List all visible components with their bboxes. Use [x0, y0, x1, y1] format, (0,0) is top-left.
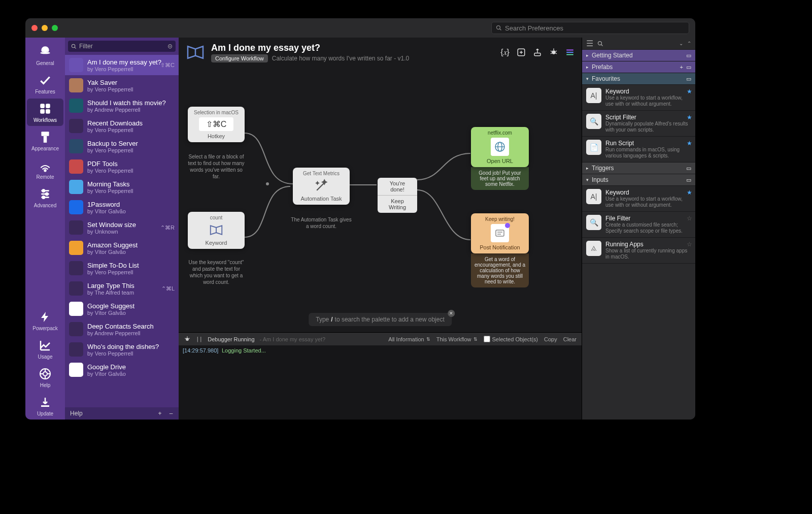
workflow-item[interactable]: Google Drive by Vítor Galvão — [65, 360, 179, 380]
add-workflow-button[interactable]: + — [155, 409, 164, 418]
plus-icon[interactable]: + — [680, 64, 683, 71]
palette-item[interactable]: A| Keyword Use a keyword to start a work… — [582, 85, 695, 111]
node-hotkey[interactable]: Selection in macOS ⇧⌘C Hotkey — [188, 107, 245, 142]
workflow-item[interactable]: Set Window size by Unknown ⌃⌘R — [65, 217, 179, 238]
configure-workflow-button[interactable]: Configure Workflow — [211, 54, 268, 62]
remove-workflow-button[interactable]: – — [166, 409, 176, 418]
workflow-item[interactable]: Deep Contacts Search by Andrew Pepperrel… — [65, 319, 179, 339]
list-icon[interactable]: ☰ — [586, 39, 593, 48]
workflow-item-icon — [69, 78, 83, 92]
workflow-item[interactable]: 1Password by Vítor Galvão — [65, 197, 179, 217]
tab-general[interactable]: General — [27, 42, 63, 69]
node-conditional[interactable]: You're done! Keep Writing — [378, 178, 417, 213]
workflow-item-icon — [69, 220, 83, 235]
collapse-down-icon[interactable]: ⌄ — [679, 41, 683, 46]
workflow-filter-input[interactable]: Filter ⊝ — [68, 41, 176, 52]
window-icon[interactable]: ▭ — [686, 52, 691, 59]
notification-icon — [491, 224, 509, 242]
favourite-star-icon[interactable]: ★ — [687, 140, 692, 147]
svg-line-34 — [551, 51, 552, 52]
tab-update[interactable]: Update — [27, 392, 63, 420]
workflow-item[interactable]: Recent Downloads by Vero Pepperrell — [65, 116, 179, 136]
workflow-item-title: Amazon Suggest — [87, 241, 175, 249]
window-icon[interactable]: ▭ — [686, 165, 691, 172]
export-icon[interactable] — [532, 47, 543, 58]
debug-filter-level[interactable]: All Information ⇅ — [388, 336, 430, 342]
help-button[interactable]: Help — [70, 410, 83, 417]
close-hint-button[interactable]: ✕ — [448, 310, 455, 317]
workflow-item[interactable]: Large Type This by The Alfred team ⌃⌘L — [65, 278, 179, 299]
workflow-item-icon — [69, 322, 83, 336]
favourite-star-icon[interactable]: ★ — [687, 189, 692, 196]
workflow-item[interactable]: Google Suggest by Vítor Galvão — [65, 299, 179, 319]
workflow-item[interactable]: Yak Saver by Vero Pepperrell — [65, 75, 179, 95]
tab-remote[interactable]: Remote — [27, 155, 63, 183]
collapse-up-icon[interactable]: ⌃ — [687, 41, 691, 46]
debug-filter-scope[interactable]: This Workflow ⇅ — [436, 336, 478, 342]
workflow-item-author: by Vero Pepperrell — [87, 350, 175, 357]
palette-item[interactable]: 🔍 File Filter Create a customised file s… — [582, 212, 695, 238]
section-prefabs[interactable]: ▸Prefabs+▭ — [582, 61, 695, 73]
section-getting-started[interactable]: ▸Getting Started▭ — [582, 50, 695, 61]
window-icon[interactable]: ▭ — [686, 64, 691, 71]
palette-search-icon[interactable] — [597, 41, 603, 47]
window-icon[interactable]: ▭ — [686, 177, 691, 183]
tab-powerpack[interactable]: Powerpack — [27, 307, 63, 334]
debug-icon[interactable] — [548, 47, 559, 58]
variables-icon[interactable]: {𝑥} — [499, 47, 511, 58]
node-keyword[interactable]: count Keyword — [188, 212, 245, 249]
workflow-item[interactable]: Am I done my essay yet? by Vero Pepperre… — [65, 55, 179, 75]
node-open-url[interactable]: netflix.com Open URL — [471, 127, 529, 167]
workflow-item[interactable]: Who's doing the dishes? by Vero Pepperre… — [65, 339, 179, 360]
workflow-item-title: Backup to Server — [87, 140, 175, 147]
tab-usage[interactable]: Usage — [27, 335, 63, 363]
tab-help[interactable]: Help — [27, 364, 63, 391]
section-favourites[interactable]: ▾Favourites▭ — [582, 73, 695, 85]
tab-features[interactable]: Features — [27, 70, 63, 98]
workflow-title: Am I done my essay yet? — [211, 43, 409, 53]
favourite-star-icon[interactable]: ★ — [687, 114, 692, 121]
tab-appearance[interactable]: Appearance — [27, 127, 63, 154]
favourite-star-icon[interactable]: ☆ — [687, 215, 692, 222]
window-icon[interactable]: ▭ — [686, 76, 691, 82]
palette-toggle-icon[interactable] — [564, 47, 576, 58]
node-metrics[interactable]: Get Text Metrics Automation Task — [293, 168, 350, 205]
close-button[interactable] — [31, 25, 38, 31]
palette-item[interactable]: 🔍 Script Filter Dynamically populate Alf… — [582, 111, 695, 137]
workflow-item[interactable]: Should I watch this movie? by Andrew Pep… — [65, 95, 179, 116]
search-preferences-input[interactable]: Search Preferences — [491, 22, 689, 34]
tab-workflows[interactable]: Workflows — [27, 99, 63, 126]
workflow-item-icon — [69, 159, 83, 174]
tab-advanced[interactable]: Advanced — [27, 184, 63, 211]
workflow-item[interactable]: Backup to Server by Vero Pepperrell — [65, 136, 179, 156]
workflow-item[interactable]: Simple To-Do List by Vero Pepperrell — [65, 258, 179, 278]
copy-log-button[interactable]: Copy — [544, 336, 557, 342]
svg-point-52 — [598, 41, 602, 45]
palette-item-desc: Show a list of currently running apps in… — [605, 248, 691, 260]
add-object-icon[interactable] — [516, 47, 527, 58]
palette-toolbar: ☰ ⌄ ⌃ — [582, 38, 695, 50]
maximize-button[interactable] — [52, 25, 58, 31]
palette-item[interactable]: 📄 Run Script Run commands in macOS, usin… — [582, 137, 695, 163]
node-notification[interactable]: Keep writing! Post Notification — [471, 213, 529, 253]
pause-icon[interactable]: || — [196, 336, 202, 342]
workflow-item[interactable]: PDF Tools by Vero Pepperrell — [65, 156, 179, 177]
section-inputs[interactable]: ▾Inputs▭ — [582, 174, 695, 186]
palette-item[interactable]: A| Keyword Use a keyword to start a work… — [582, 186, 695, 212]
palette-item-title: Keyword — [605, 189, 691, 196]
favourite-star-icon[interactable]: ☆ — [687, 241, 692, 248]
section-triggers[interactable]: ▸Triggers▭ — [582, 163, 695, 174]
svg-rect-5 — [40, 109, 45, 114]
workflow-item[interactable]: Amazon Suggest by Vítor Galvão — [65, 238, 179, 258]
palette-item-desc: Create a customised file search; Specify… — [605, 222, 691, 234]
palette-item[interactable]: ⩓ Running Apps Show a list of currently … — [582, 238, 695, 264]
debug-bug-icon[interactable] — [184, 336, 191, 343]
clear-log-button[interactable]: Clear — [563, 336, 577, 342]
workflow-canvas[interactable]: Selection in macOS ⇧⌘C Hotkey Select a f… — [179, 67, 582, 332]
minimize-button[interactable] — [42, 25, 48, 31]
palette-item-title: Run Script — [605, 140, 691, 147]
workflow-item[interactable]: Morning Tasks by Vero Pepperrell — [65, 177, 179, 197]
favourite-star-icon[interactable]: ★ — [687, 88, 692, 95]
filter-options-icon[interactable]: ⊝ — [167, 43, 173, 50]
selected-objects-checkbox[interactable]: Selected Object(s) — [484, 336, 538, 342]
